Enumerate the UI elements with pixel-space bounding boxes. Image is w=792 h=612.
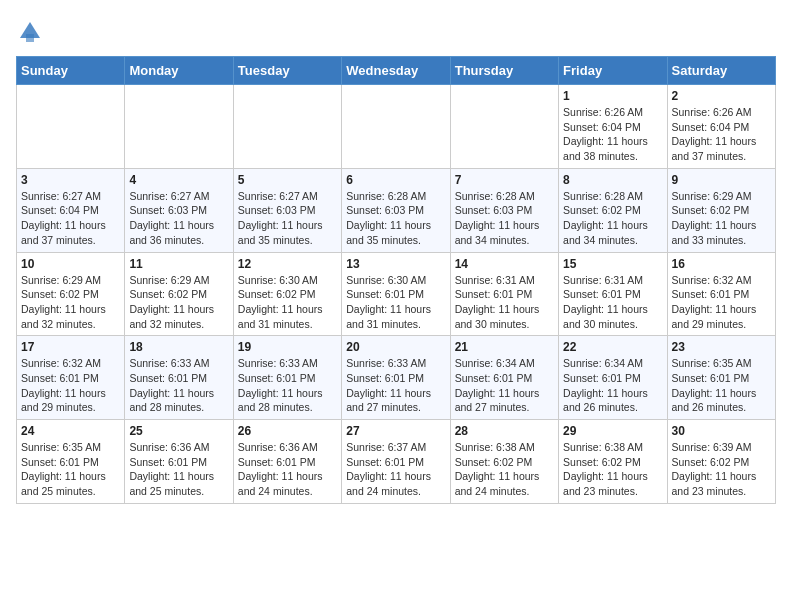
day-number: 16 — [672, 257, 771, 271]
cell-info: Sunrise: 6:28 AM — [346, 189, 445, 204]
day-number: 27 — [346, 424, 445, 438]
cell-info: Sunset: 6:03 PM — [455, 203, 554, 218]
cell-info: Daylight: 11 hours and 33 minutes. — [672, 218, 771, 247]
cell-info: Sunset: 6:03 PM — [238, 203, 337, 218]
cell-info: Sunset: 6:02 PM — [563, 203, 662, 218]
cell-info: Sunrise: 6:39 AM — [672, 440, 771, 455]
cell-info: Sunrise: 6:36 AM — [129, 440, 228, 455]
cell-info: Sunset: 6:02 PM — [238, 287, 337, 302]
calendar-cell: 21Sunrise: 6:34 AMSunset: 6:01 PMDayligh… — [450, 336, 558, 420]
calendar-cell: 9Sunrise: 6:29 AMSunset: 6:02 PMDaylight… — [667, 168, 775, 252]
cell-info: Sunrise: 6:38 AM — [455, 440, 554, 455]
calendar-cell: 19Sunrise: 6:33 AMSunset: 6:01 PMDayligh… — [233, 336, 341, 420]
day-number: 26 — [238, 424, 337, 438]
calendar-cell: 16Sunrise: 6:32 AMSunset: 6:01 PMDayligh… — [667, 252, 775, 336]
calendar-week-3: 10Sunrise: 6:29 AMSunset: 6:02 PMDayligh… — [17, 252, 776, 336]
cell-info: Sunset: 6:01 PM — [563, 371, 662, 386]
cell-info: Daylight: 11 hours and 35 minutes. — [346, 218, 445, 247]
calendar-cell: 29Sunrise: 6:38 AMSunset: 6:02 PMDayligh… — [559, 420, 667, 504]
cell-info: Sunset: 6:01 PM — [346, 371, 445, 386]
cell-info: Sunset: 6:02 PM — [129, 287, 228, 302]
calendar-table: SundayMondayTuesdayWednesdayThursdayFrid… — [16, 56, 776, 504]
cell-info: Sunset: 6:03 PM — [346, 203, 445, 218]
calendar-cell: 6Sunrise: 6:28 AMSunset: 6:03 PMDaylight… — [342, 168, 450, 252]
cell-info: Sunrise: 6:26 AM — [672, 105, 771, 120]
day-number: 18 — [129, 340, 228, 354]
calendar-cell: 13Sunrise: 6:30 AMSunset: 6:01 PMDayligh… — [342, 252, 450, 336]
day-number: 24 — [21, 424, 120, 438]
page-header — [16, 16, 776, 46]
cell-info: Daylight: 11 hours and 27 minutes. — [346, 386, 445, 415]
cell-info: Daylight: 11 hours and 29 minutes. — [21, 386, 120, 415]
cell-info: Sunrise: 6:27 AM — [238, 189, 337, 204]
calendar-cell: 11Sunrise: 6:29 AMSunset: 6:02 PMDayligh… — [125, 252, 233, 336]
calendar-cell: 3Sunrise: 6:27 AMSunset: 6:04 PMDaylight… — [17, 168, 125, 252]
calendar-cell: 7Sunrise: 6:28 AMSunset: 6:03 PMDaylight… — [450, 168, 558, 252]
day-number: 29 — [563, 424, 662, 438]
cell-info: Sunset: 6:02 PM — [455, 455, 554, 470]
cell-info: Daylight: 11 hours and 32 minutes. — [129, 302, 228, 331]
calendar-cell — [125, 85, 233, 169]
cell-info: Sunset: 6:01 PM — [672, 371, 771, 386]
cell-info: Sunrise: 6:35 AM — [672, 356, 771, 371]
day-number: 20 — [346, 340, 445, 354]
cell-info: Daylight: 11 hours and 36 minutes. — [129, 218, 228, 247]
cell-info: Sunrise: 6:29 AM — [21, 273, 120, 288]
day-number: 10 — [21, 257, 120, 271]
weekday-header-monday: Monday — [125, 57, 233, 85]
cell-info: Daylight: 11 hours and 27 minutes. — [455, 386, 554, 415]
day-number: 5 — [238, 173, 337, 187]
day-number: 17 — [21, 340, 120, 354]
day-number: 28 — [455, 424, 554, 438]
cell-info: Daylight: 11 hours and 26 minutes. — [563, 386, 662, 415]
calendar-cell: 12Sunrise: 6:30 AMSunset: 6:02 PMDayligh… — [233, 252, 341, 336]
calendar-week-1: 1Sunrise: 6:26 AMSunset: 6:04 PMDaylight… — [17, 85, 776, 169]
logo-icon — [16, 18, 44, 46]
cell-info: Sunset: 6:01 PM — [21, 455, 120, 470]
cell-info: Sunrise: 6:33 AM — [346, 356, 445, 371]
day-number: 14 — [455, 257, 554, 271]
day-number: 8 — [563, 173, 662, 187]
cell-info: Sunset: 6:02 PM — [563, 455, 662, 470]
cell-info: Sunrise: 6:38 AM — [563, 440, 662, 455]
cell-info: Sunset: 6:02 PM — [21, 287, 120, 302]
cell-info: Sunrise: 6:26 AM — [563, 105, 662, 120]
weekday-header-friday: Friday — [559, 57, 667, 85]
cell-info: Sunset: 6:01 PM — [455, 371, 554, 386]
weekday-header-row: SundayMondayTuesdayWednesdayThursdayFrid… — [17, 57, 776, 85]
day-number: 1 — [563, 89, 662, 103]
day-number: 2 — [672, 89, 771, 103]
cell-info: Daylight: 11 hours and 30 minutes. — [455, 302, 554, 331]
calendar-week-4: 17Sunrise: 6:32 AMSunset: 6:01 PMDayligh… — [17, 336, 776, 420]
cell-info: Sunrise: 6:37 AM — [346, 440, 445, 455]
cell-info: Daylight: 11 hours and 37 minutes. — [672, 134, 771, 163]
day-number: 23 — [672, 340, 771, 354]
calendar-cell: 10Sunrise: 6:29 AMSunset: 6:02 PMDayligh… — [17, 252, 125, 336]
cell-info: Sunset: 6:01 PM — [672, 287, 771, 302]
cell-info: Sunset: 6:03 PM — [129, 203, 228, 218]
cell-info: Sunrise: 6:27 AM — [21, 189, 120, 204]
calendar-cell: 15Sunrise: 6:31 AMSunset: 6:01 PMDayligh… — [559, 252, 667, 336]
cell-info: Sunset: 6:01 PM — [563, 287, 662, 302]
cell-info: Sunrise: 6:32 AM — [672, 273, 771, 288]
cell-info: Sunrise: 6:34 AM — [455, 356, 554, 371]
cell-info: Sunset: 6:04 PM — [672, 120, 771, 135]
calendar-cell: 27Sunrise: 6:37 AMSunset: 6:01 PMDayligh… — [342, 420, 450, 504]
cell-info: Sunset: 6:01 PM — [238, 455, 337, 470]
calendar-cell: 14Sunrise: 6:31 AMSunset: 6:01 PMDayligh… — [450, 252, 558, 336]
cell-info: Daylight: 11 hours and 34 minutes. — [563, 218, 662, 247]
cell-info: Sunrise: 6:31 AM — [563, 273, 662, 288]
calendar-cell: 30Sunrise: 6:39 AMSunset: 6:02 PMDayligh… — [667, 420, 775, 504]
cell-info: Sunset: 6:01 PM — [346, 455, 445, 470]
cell-info: Sunrise: 6:28 AM — [455, 189, 554, 204]
cell-info: Sunset: 6:01 PM — [129, 371, 228, 386]
cell-info: Sunset: 6:01 PM — [346, 287, 445, 302]
cell-info: Sunrise: 6:32 AM — [21, 356, 120, 371]
calendar-week-5: 24Sunrise: 6:35 AMSunset: 6:01 PMDayligh… — [17, 420, 776, 504]
calendar-cell: 24Sunrise: 6:35 AMSunset: 6:01 PMDayligh… — [17, 420, 125, 504]
weekday-header-thursday: Thursday — [450, 57, 558, 85]
cell-info: Sunrise: 6:28 AM — [563, 189, 662, 204]
cell-info: Daylight: 11 hours and 24 minutes. — [238, 469, 337, 498]
cell-info: Daylight: 11 hours and 34 minutes. — [455, 218, 554, 247]
cell-info: Daylight: 11 hours and 25 minutes. — [129, 469, 228, 498]
